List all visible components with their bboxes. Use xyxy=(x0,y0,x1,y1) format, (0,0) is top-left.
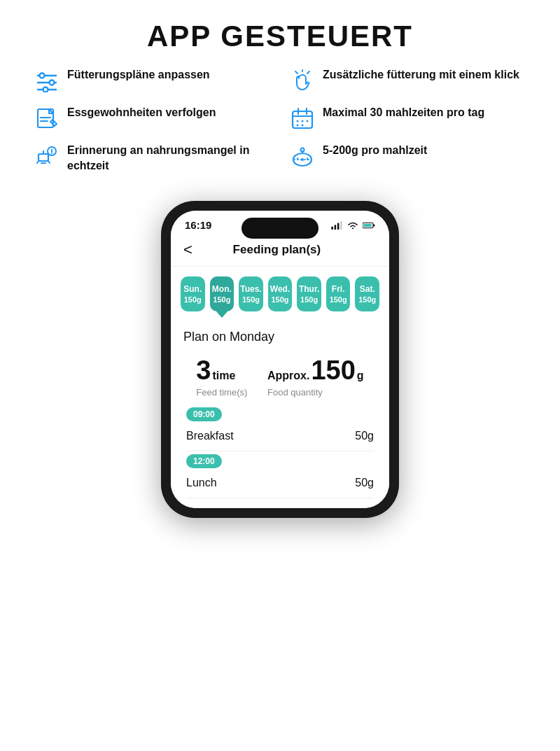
svg-rect-18 xyxy=(38,154,48,161)
meal-time-badge-2: 12:00 xyxy=(186,454,374,472)
day-weight-sun: 150g xyxy=(184,295,202,304)
day-label-sun: Sun. xyxy=(183,284,202,294)
sliders-icon xyxy=(35,69,59,92)
svg-line-21 xyxy=(48,161,50,163)
svg-rect-33 xyxy=(331,226,333,229)
weight-icon xyxy=(290,144,314,168)
day-label-wed: Wed. xyxy=(270,284,290,294)
feature-item-3: Essgewohnheiten verfolgen xyxy=(35,105,270,130)
svg-point-32 xyxy=(301,158,304,161)
feature-item-1: Fütterungspläne anpassen xyxy=(35,67,270,92)
svg-point-3 xyxy=(50,80,55,85)
svg-point-16 xyxy=(297,125,299,127)
day-btn-mon[interactable]: Mon. 150g xyxy=(210,276,234,311)
meal-2-qty: 50g xyxy=(355,477,374,489)
meal-2-name: Lunch xyxy=(186,477,217,489)
stat-feed-times: 3 time Feed time(s) xyxy=(196,356,247,398)
stat-qty-prefix: Approx. xyxy=(267,370,309,382)
day-label-thur: Thur. xyxy=(299,284,319,294)
calendar-icon xyxy=(290,106,314,130)
meal-time-badge-1: 09:00 xyxy=(186,407,374,426)
features-grid: Fütterungspläne anpassen Zusätzliche füt… xyxy=(0,67,560,194)
svg-point-14 xyxy=(302,120,304,122)
dynamic-island xyxy=(241,218,318,239)
touch-icon xyxy=(290,69,314,92)
stat-qty-unit: g xyxy=(357,370,364,382)
plan-title: Plan on Monday xyxy=(183,330,377,344)
feature-text-1: Fütterungspläne anpassen xyxy=(67,67,210,83)
wifi-icon xyxy=(346,221,359,230)
svg-point-15 xyxy=(307,120,309,122)
feature-item-4: Maximal 30 mahlzeiten pro tag xyxy=(290,105,525,130)
day-weight-fri: 150g xyxy=(330,295,347,304)
stat-feed-label: Feed time(s) xyxy=(196,387,247,398)
svg-rect-38 xyxy=(373,224,374,226)
svg-line-20 xyxy=(37,161,38,163)
svg-point-29 xyxy=(301,148,304,152)
feature-item-2: Zusätzliche fütterung mit einem klick xyxy=(290,67,525,92)
meal-1-name: Breakfast xyxy=(186,430,234,442)
back-button[interactable]: < xyxy=(183,241,192,259)
day-label-tues: Tues. xyxy=(240,284,261,294)
page-title: APP GESTEUERT xyxy=(0,0,560,67)
meal-row-2[interactable]: Lunch 50g xyxy=(186,472,374,498)
feature-text-4: Maximal 30 mahlzeiten pro tag xyxy=(323,105,484,120)
day-label-mon: Mon. xyxy=(212,284,232,294)
feature-text-3: Essgewohnheiten verfolgen xyxy=(67,105,216,120)
svg-rect-35 xyxy=(337,223,340,229)
day-weight-thur: 150g xyxy=(300,295,318,304)
svg-point-25 xyxy=(51,153,52,154)
meal-section: 09:00 Breakfast 50g 12:00 Lunch 50g xyxy=(183,407,377,498)
alert-icon xyxy=(35,144,59,168)
day-selector: Sun. 150g Mon. 150g Tues. 150g Wed. 150g xyxy=(171,267,389,318)
feature-item-5: Erinnerung an nahrungsmangel in echtzeit xyxy=(35,143,270,173)
svg-rect-36 xyxy=(340,221,342,230)
phone-inner: 16:19 xyxy=(171,211,389,508)
stat-qty-label: Food quantity xyxy=(267,387,323,398)
day-btn-wed[interactable]: Wed. 150g xyxy=(268,276,293,311)
stat-food-qty: Approx. 150 g Food quantity xyxy=(267,356,364,398)
day-btn-tues[interactable]: Tues. 150g xyxy=(239,276,263,311)
stats-row: 3 time Feed time(s) Approx. 150 g Food q… xyxy=(183,356,377,407)
meal-2-time: 12:00 xyxy=(186,454,222,468)
feature-text-5: Erinnerung an nahrungsmangel in echtzeit xyxy=(67,143,270,173)
nav-bar: < Feeding plan(s) xyxy=(171,235,389,267)
battery-icon xyxy=(363,221,375,230)
plan-section: Plan on Monday 3 time Feed time(s) Appro… xyxy=(171,318,389,508)
day-label-sat: Sat. xyxy=(360,284,375,294)
meal-1-qty: 50g xyxy=(355,430,374,442)
svg-point-17 xyxy=(302,125,304,127)
stat-feed-num: 3 xyxy=(196,356,211,386)
signal-icon xyxy=(330,221,343,230)
day-btn-fri[interactable]: Fri. 150g xyxy=(326,276,351,311)
svg-point-13 xyxy=(297,120,299,122)
day-weight-wed: 150g xyxy=(271,295,288,304)
status-time: 16:19 xyxy=(185,219,211,231)
svg-point-5 xyxy=(43,87,48,92)
day-btn-sat[interactable]: Sat. 150g xyxy=(355,276,379,311)
day-label-fri: Fri. xyxy=(332,284,345,294)
meal-1-time: 09:00 xyxy=(186,407,222,421)
feature-item-6: 5-200g pro mahlzeit xyxy=(290,143,525,173)
feature-text-6: 5-200g pro mahlzeit xyxy=(323,143,427,158)
day-weight-tues: 150g xyxy=(242,295,260,304)
stat-qty-num: 150 xyxy=(311,356,355,386)
stat-feed-unit: time xyxy=(212,370,235,382)
phone-section: 16:19 xyxy=(0,194,560,539)
day-weight-sat: 150g xyxy=(358,295,376,304)
day-btn-thur[interactable]: Thur. 150g xyxy=(297,276,321,311)
stat-feed-value: 3 time xyxy=(196,356,235,386)
nav-title: Feeding plan(s) xyxy=(200,243,354,257)
svg-point-1 xyxy=(40,73,45,78)
stat-qty-value: Approx. 150 g xyxy=(267,356,364,386)
status-icons xyxy=(330,221,375,230)
phone-outer: 16:19 xyxy=(161,201,399,518)
edit-icon xyxy=(35,106,59,130)
svg-rect-34 xyxy=(335,225,337,230)
feature-text-2: Zusätzliche fütterung mit einem klick xyxy=(323,67,519,83)
day-btn-sun[interactable]: Sun. 150g xyxy=(181,276,205,311)
day-arrow xyxy=(216,311,227,318)
day-weight-mon: 150g xyxy=(213,295,230,304)
meal-row-1[interactable]: Breakfast 50g xyxy=(186,426,374,451)
svg-rect-39 xyxy=(364,223,372,227)
